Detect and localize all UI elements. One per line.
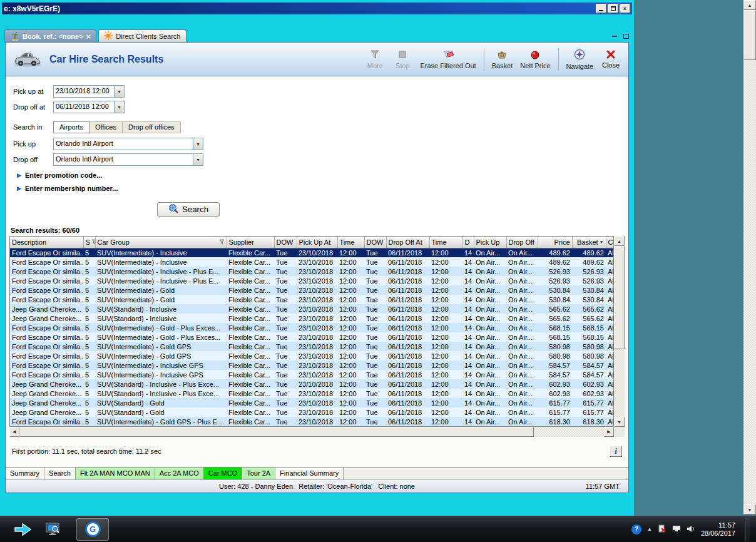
col-supplier[interactable]: Supplier: [227, 237, 274, 248]
col-seats[interactable]: S: [83, 237, 95, 248]
table-row[interactable]: Ford Escape Or simila...5SUV(Intermediat…: [10, 257, 614, 267]
dropoff-location-select[interactable]: Orlando Intl Airport ▼: [53, 153, 203, 166]
table-row[interactable]: Ford Escape Or simila...5SUV(Intermediat…: [10, 342, 614, 351]
dropoff-at-input[interactable]: 06/11/2018 12:00 ▼: [53, 101, 125, 113]
scroll-track[interactable]: [19, 427, 604, 437]
scroll-up-button[interactable]: ▲: [614, 236, 625, 246]
scroll-thumb[interactable]: [19, 427, 534, 437]
info-button[interactable]: i: [610, 446, 622, 457]
scroll-thumb[interactable]: [743, 10, 756, 60]
scroll-right-button[interactable]: ▶: [604, 427, 614, 437]
chevron-down-icon[interactable]: ▼: [114, 101, 124, 113]
col-pickup-office[interactable]: Pick Up: [474, 237, 506, 248]
tab-summary[interactable]: Summary: [6, 468, 44, 479]
tab-acc-2a-mco[interactable]: Acc 2A MCO: [155, 468, 204, 479]
col-pickup-at[interactable]: Pick Up At: [297, 237, 337, 248]
col-time-dropoff[interactable]: Time: [429, 237, 462, 248]
nett-price-button[interactable]: Nett Price: [520, 49, 550, 69]
table-row[interactable]: Ford Escape Or simila...5SUV(Intermediat…: [10, 370, 614, 379]
scroll-down-button[interactable]: ▼: [743, 504, 756, 514]
more-button[interactable]: More: [365, 49, 385, 69]
tab-direct-clients-search[interactable]: Direct Clients Search: [98, 29, 186, 43]
scroll-left-button[interactable]: ◀: [9, 427, 19, 437]
col-days[interactable]: D: [462, 237, 474, 248]
table-row[interactable]: Ford Escape Or simila...5SUV(Intermediat…: [10, 248, 614, 257]
table-vertical-scrollbar[interactable]: ▲ ▼: [614, 236, 625, 427]
table-row[interactable]: Ford Escape Or simila...5SUV(Intermediat…: [10, 285, 614, 295]
window-titlebar[interactable]: e: x8wV5rEGrE) ×: [2, 3, 632, 14]
col-dropoff-at[interactable]: Drop Off At: [386, 237, 429, 248]
tray-expand-icon[interactable]: ▲: [647, 526, 652, 532]
col-ca[interactable]: Ca▼: [606, 237, 614, 248]
promotion-code-expander[interactable]: ▶ Enter promotion code...: [17, 171, 628, 179]
filter-funnel-icon[interactable]: [91, 238, 95, 246]
basket-button[interactable]: Basket: [492, 49, 513, 69]
col-car-group[interactable]: Car Group: [95, 237, 227, 248]
close-window-button[interactable]: ×: [620, 4, 630, 13]
tab-close-icon[interactable]: ×: [86, 33, 91, 40]
minimize-button[interactable]: [596, 4, 606, 13]
table-row[interactable]: Ford Escape Or simila...5SUV(Intermediat…: [10, 323, 614, 332]
tab-financial-summary[interactable]: Financial Summary: [275, 468, 344, 479]
scroll-track[interactable]: [743, 10, 756, 504]
tab-flt-2a-man-mco-man[interactable]: Flt 2A MAN MCO MAN: [76, 468, 155, 479]
tab-booking-ref[interactable]: Book. ref.: <none> ×: [4, 29, 96, 43]
table-row[interactable]: Jeep Grand Cheroke...5SUV(Standard) - In…: [10, 389, 614, 398]
col-dow-pickup[interactable]: DOW: [274, 237, 297, 248]
search-button[interactable]: Search: [157, 202, 220, 217]
table-row[interactable]: Ford Escape Or simila...5SUV(Intermediat…: [10, 360, 614, 370]
pickup-at-input[interactable]: 23/10/2018 12:00 ▼: [53, 85, 125, 98]
chevron-down-icon[interactable]: ▼: [114, 86, 124, 97]
mdi-restore-icon[interactable]: [621, 32, 630, 40]
help-icon[interactable]: ?: [631, 524, 641, 534]
scroll-down-button[interactable]: ▼: [614, 417, 625, 427]
col-basket[interactable]: Basket▼: [572, 237, 606, 248]
notification-error-icon[interactable]: [658, 524, 667, 534]
col-time-pickup[interactable]: Time: [337, 237, 364, 248]
chevron-down-icon[interactable]: ▼: [193, 138, 203, 150]
table-row[interactable]: Jeep Grand Cheroke...5SUV(Standard) - In…: [10, 379, 614, 389]
scroll-thumb[interactable]: [614, 246, 625, 349]
table-row[interactable]: Jeep Grand Cheroke...5SUV(Standard) - Go…: [10, 407, 614, 417]
tab-search[interactable]: Search: [44, 468, 76, 479]
table-row[interactable]: Jeep Grand Cheroke...5SUV(Standard) - In…: [10, 304, 614, 314]
filter-funnel-icon[interactable]: [219, 238, 225, 246]
col-description[interactable]: Description: [10, 237, 83, 248]
table-row[interactable]: Ford Escape Or simila...5SUV(Intermediat…: [10, 417, 614, 426]
window-vertical-scrollbar[interactable]: ▲ ▼: [743, 0, 756, 514]
close-button[interactable]: Close: [601, 49, 621, 69]
stop-button[interactable]: Stop: [392, 49, 412, 69]
membership-number-expander[interactable]: ▶ Enter membership number...: [17, 185, 628, 192]
scroll-track[interactable]: [614, 246, 625, 417]
taskbar-clock[interactable]: 11:57 28/06/2017: [701, 521, 735, 538]
navigate-button[interactable]: Navigate: [566, 49, 593, 70]
table-row[interactable]: Ford Escape Or simila...5SUV(Intermediat…: [10, 267, 614, 276]
subtab-dropoff-offices[interactable]: Drop off offices: [123, 121, 181, 133]
taskbar-active-app-button[interactable]: G: [76, 518, 109, 541]
erase-filtered-out-button[interactable]: Erase Filtered Out: [420, 49, 476, 69]
pickup-location-select[interactable]: Orlando Intl Airport ▼: [53, 138, 203, 150]
tab-tour-2a[interactable]: Tour 2A: [242, 468, 275, 479]
table-row[interactable]: Ford Escape Or simila...5SUV(Intermediat…: [10, 276, 614, 285]
taskbar-search-app-button[interactable]: [39, 518, 68, 541]
table-row[interactable]: Jeep Grand Cheroke...5SUV(Standard) - In…: [10, 314, 614, 323]
show-desktop-button[interactable]: [745, 518, 750, 541]
table-row[interactable]: Ford Escape Or simila...5SUV(Intermediat…: [10, 351, 614, 360]
sort-arrow-icon[interactable]: ▼: [600, 240, 604, 244]
volume-icon[interactable]: [687, 525, 695, 534]
table-row[interactable]: Jeep Grand Cheroke...5SUV(Standard) - Go…: [10, 398, 614, 407]
col-dow-dropoff[interactable]: DOW: [364, 237, 386, 248]
mdi-minimize-icon[interactable]: [610, 32, 619, 40]
maximize-button[interactable]: [608, 4, 618, 13]
col-price[interactable]: Price: [538, 237, 572, 248]
subtab-offices[interactable]: Offices: [89, 121, 123, 133]
table-horizontal-scrollbar[interactable]: ◀ ▶: [9, 427, 625, 437]
chevron-down-icon[interactable]: ▼: [193, 154, 203, 165]
col-dropoff-office[interactable]: Drop Off: [506, 237, 538, 248]
scroll-up-button[interactable]: ▲: [743, 0, 756, 10]
subtab-airports[interactable]: Airports: [53, 121, 89, 133]
table-row[interactable]: Ford Escape Or simila...5SUV(Intermediat…: [10, 332, 614, 342]
network-icon[interactable]: [672, 525, 681, 534]
start-button[interactable]: [8, 518, 39, 541]
table-row[interactable]: Ford Escape Or simila...5SUV(Intermediat…: [10, 295, 614, 304]
